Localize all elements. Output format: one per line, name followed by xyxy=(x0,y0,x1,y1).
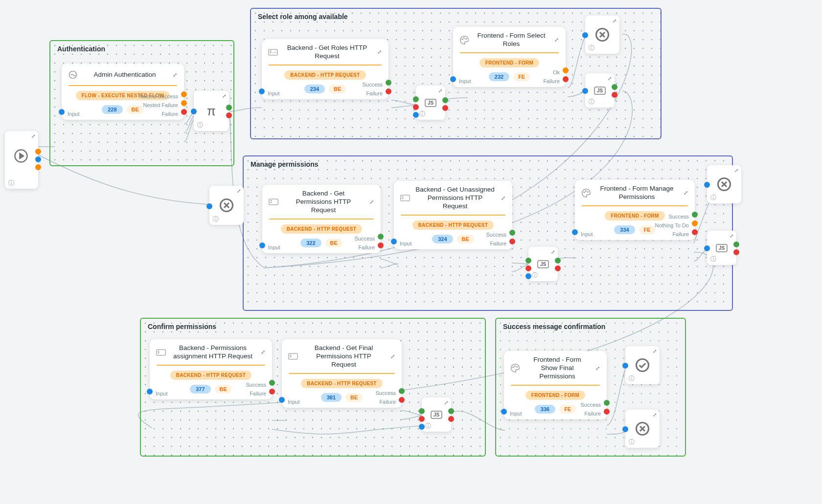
info-icon[interactable]: ⓘ xyxy=(425,422,431,430)
port-input[interactable] xyxy=(572,229,578,235)
port-output-1[interactable] xyxy=(35,149,41,154)
node-form-manage[interactable]: Frontend - Form Manage Permissions ⤢ FRO… xyxy=(575,180,695,240)
mini-node-js-4[interactable]: ⤢ JS ⓘ xyxy=(707,231,736,265)
expand-icon[interactable]: ⤢ xyxy=(499,194,507,202)
info-icon[interactable]: ⓘ xyxy=(589,98,594,106)
mini-node-close-3[interactable]: ⤢ ⓘ xyxy=(707,165,741,203)
port-in-f[interactable] xyxy=(525,265,531,271)
port-out-f[interactable] xyxy=(612,92,617,98)
port-output-3[interactable] xyxy=(35,164,41,170)
expand-icon[interactable]: ⤢ xyxy=(367,197,376,206)
port-out-s[interactable] xyxy=(733,241,739,247)
mini-node-close-2[interactable]: ⤢ ⓘ xyxy=(585,16,619,54)
port-in[interactable] xyxy=(206,203,212,209)
flow-canvas[interactable]: ⤢ ⓘ Authentication Admin Authentication … xyxy=(0,0,822,504)
port-in[interactable] xyxy=(582,88,588,94)
info-icon[interactable]: ⓘ xyxy=(197,121,203,130)
node-get-unassigned[interactable]: Backend - Get Unassigned Permissions HTT… xyxy=(394,181,512,249)
port-input[interactable] xyxy=(59,109,65,115)
expand-icon[interactable]: ⤢ xyxy=(552,36,561,44)
info-icon[interactable]: ⓘ xyxy=(213,215,219,223)
port-out-f[interactable] xyxy=(733,249,739,255)
port-success[interactable] xyxy=(604,400,610,406)
port-success[interactable] xyxy=(399,388,405,394)
node-permissions-assign[interactable]: Backend - Permissions assignment HTTP Re… xyxy=(150,339,272,399)
port-out-failure[interactable] xyxy=(226,112,232,118)
port-in[interactable] xyxy=(582,32,588,38)
info-icon[interactable]: ⓘ xyxy=(8,179,14,187)
info-icon[interactable]: ⓘ xyxy=(629,374,635,383)
port-in-f[interactable] xyxy=(413,104,419,110)
port-failure[interactable] xyxy=(378,242,384,248)
port-in-s[interactable] xyxy=(413,96,419,102)
expand-icon[interactable]: ⤢ xyxy=(653,412,657,417)
port-in-b[interactable] xyxy=(419,424,425,430)
port-in[interactable] xyxy=(704,182,710,188)
port-out-s[interactable] xyxy=(612,84,617,90)
port-out-s[interactable] xyxy=(555,258,561,263)
mini-node-js-5[interactable]: ⤢ JS ⓘ xyxy=(422,397,451,432)
port-in-f[interactable] xyxy=(419,416,425,422)
expand-icon[interactable]: ⤢ xyxy=(730,233,733,239)
port-nothing[interactable] xyxy=(692,220,698,226)
port-input[interactable] xyxy=(391,239,397,244)
expand-icon[interactable]: ⤢ xyxy=(170,70,179,79)
expand-icon[interactable]: ⤢ xyxy=(375,48,384,57)
port-failure[interactable] xyxy=(604,409,610,415)
port-failure[interactable] xyxy=(692,229,698,235)
port-input[interactable] xyxy=(147,389,153,394)
port-output-2[interactable] xyxy=(35,156,41,162)
port-input[interactable] xyxy=(501,409,507,415)
expand-icon[interactable]: ⤢ xyxy=(734,168,738,173)
port-out-f[interactable] xyxy=(442,105,448,111)
info-icon[interactable]: ⓘ xyxy=(532,271,538,280)
info-icon[interactable]: ⓘ xyxy=(419,110,425,118)
start-node[interactable]: ⤢ ⓘ xyxy=(5,131,38,189)
mini-node-js-1[interactable]: ⤢ JS ⓘ xyxy=(416,86,445,120)
expand-icon[interactable]: ⤢ xyxy=(237,188,241,194)
port-out-f[interactable] xyxy=(448,416,454,422)
port-input[interactable] xyxy=(259,88,265,94)
port-input[interactable] xyxy=(259,242,265,248)
expand-icon[interactable]: ⤢ xyxy=(31,133,35,139)
port-in-b[interactable] xyxy=(525,273,531,279)
mini-node-check[interactable]: ⤢ ⓘ xyxy=(625,346,660,384)
port-failure[interactable] xyxy=(269,389,275,394)
expand-icon[interactable]: ⤢ xyxy=(551,249,555,255)
expand-icon[interactable]: ⤢ xyxy=(681,189,690,197)
port-out-s[interactable] xyxy=(448,408,454,414)
port-in-s[interactable] xyxy=(419,408,425,414)
node-get-roles[interactable]: HTTP Backend - Get Roles HTTP Request ⤢ … xyxy=(262,39,388,99)
mini-node-js-3[interactable]: ⤢ JS ⓘ xyxy=(528,247,558,281)
expand-icon[interactable]: ⤢ xyxy=(388,352,397,361)
info-icon[interactable]: ⓘ xyxy=(589,44,594,52)
expand-icon[interactable]: ⤢ xyxy=(444,400,448,405)
port-failure[interactable] xyxy=(181,109,187,115)
mini-node-js-2[interactable]: ⤢ JS ⓘ xyxy=(585,73,615,108)
port-in[interactable] xyxy=(191,109,197,114)
port-in[interactable] xyxy=(622,363,628,369)
node-get-permissions[interactable]: Backend - Get Permissions HTTP Request ⤢… xyxy=(262,185,381,253)
port-ok[interactable] xyxy=(563,67,569,73)
port-in-b[interactable] xyxy=(413,112,419,118)
port-failure[interactable] xyxy=(399,397,405,403)
port-in-s[interactable] xyxy=(525,258,531,263)
expand-icon[interactable]: ⤢ xyxy=(593,364,602,373)
port-failure[interactable] xyxy=(563,76,569,82)
expand-icon[interactable]: ⤢ xyxy=(438,88,442,93)
port-success[interactable] xyxy=(269,380,275,386)
port-success[interactable] xyxy=(378,234,384,240)
info-icon[interactable]: ⓘ xyxy=(629,438,635,446)
port-success[interactable] xyxy=(386,80,391,86)
port-in[interactable] xyxy=(704,245,710,251)
port-success[interactable] xyxy=(509,230,515,236)
expand-icon[interactable]: ⤢ xyxy=(608,76,612,81)
mini-node-pi[interactable]: ⤢ π ⓘ xyxy=(194,91,229,131)
info-icon[interactable]: ⓘ xyxy=(710,194,716,202)
port-nested-failure[interactable] xyxy=(181,100,187,106)
expand-icon[interactable]: ⤢ xyxy=(222,93,226,99)
expand-icon[interactable]: ⤢ xyxy=(613,18,616,23)
port-failure[interactable] xyxy=(386,88,391,94)
info-icon[interactable]: ⓘ xyxy=(710,255,716,263)
node-get-final[interactable]: Backend - Get Final Permissions HTTP Req… xyxy=(282,339,402,408)
